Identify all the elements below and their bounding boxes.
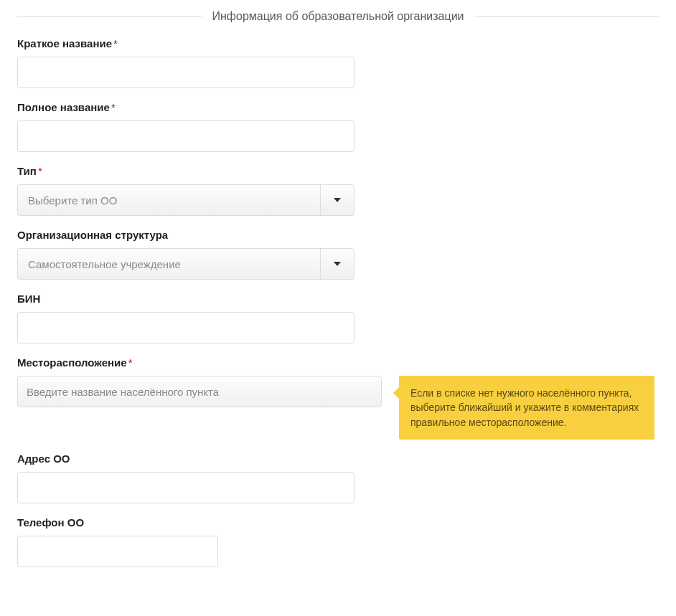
label-text: БИН [17,293,40,305]
label-text: Месторасположение [17,356,127,369]
section-header: Информация об образовательной организаци… [17,10,659,23]
full-name-input[interactable] [17,120,355,152]
required-star: * [38,165,42,177]
type-select[interactable]: Выберите тип ОО [17,184,355,216]
label-text: Организационная структура [17,229,168,241]
label-text: Тип [17,165,37,177]
label-text: Адрес ОО [17,452,70,465]
field-structure: Организационная структура Самостоятельно… [17,229,659,280]
required-star: * [113,37,118,49]
short-name-label: Краткое название* [17,37,659,49]
label-text: Полное название [17,101,110,113]
location-input[interactable] [17,376,382,407]
required-star: * [111,101,116,113]
short-name-input[interactable] [17,57,355,88]
location-tooltip: Если в списке нет нужного населённого пу… [399,376,654,440]
field-full-name: Полное название* [17,101,659,152]
type-label: Тип* [17,165,659,177]
bin-input[interactable] [17,312,355,343]
type-select-value: Выберите тип ОО [18,185,321,215]
required-star: * [128,356,133,369]
field-location: Месторасположение* Если в списке нет нуж… [17,356,659,440]
chevron-down-icon [321,185,354,215]
structure-select-value: Самостоятельное учреждение [18,249,321,279]
address-input[interactable] [17,472,355,503]
chevron-down-icon [321,249,354,279]
full-name-label: Полное название* [17,101,659,113]
label-text: Краткое название [17,37,112,49]
divider-right [474,16,659,17]
phone-input[interactable] [17,536,218,567]
structure-select[interactable]: Самостоятельное учреждение [17,248,355,280]
tooltip-text: Если в списке нет нужного населённого пу… [410,387,639,428]
field-bin: БИН [17,293,659,343]
field-address: Адрес ОО [17,452,659,503]
phone-label: Телефон ОО [17,516,659,529]
bin-label: БИН [17,293,659,305]
field-type: Тип* Выберите тип ОО [17,165,659,216]
field-short-name: Краткое название* [17,37,659,88]
field-phone: Телефон ОО [17,516,659,567]
divider-left [17,16,202,17]
location-label: Месторасположение* [17,356,659,369]
address-label: Адрес ОО [17,452,659,465]
label-text: Телефон ОО [17,516,84,529]
section-title: Информация об образовательной организаци… [202,10,474,23]
structure-label: Организационная структура [17,229,659,241]
